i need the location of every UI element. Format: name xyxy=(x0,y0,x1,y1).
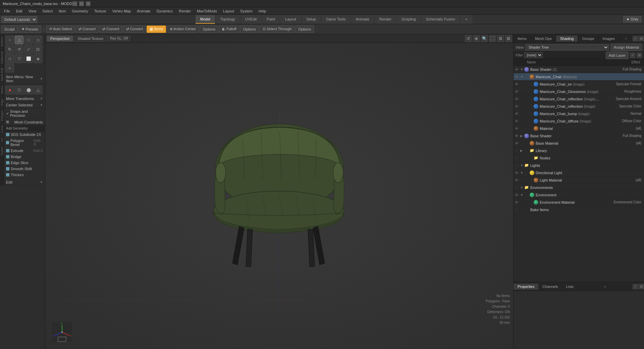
tool-btn-t2[interactable]: ⬡ xyxy=(15,86,23,94)
filter-select[interactable]: (none) xyxy=(524,52,543,58)
tab-properties[interactable]: Properties xyxy=(514,284,538,290)
more-transforms[interactable]: More Transforms ▼ xyxy=(4,96,45,102)
viewport-ctrl-1[interactable]: ↺ xyxy=(465,35,472,42)
tab-render[interactable]: Render xyxy=(375,15,396,24)
thicken[interactable]: Thicken xyxy=(4,172,45,178)
tool-btn-9[interactable]: ⬡ xyxy=(5,54,14,63)
expand-icon-1[interactable]: ▼ xyxy=(520,68,524,71)
options-button-2[interactable]: Options xyxy=(240,26,259,33)
only-button[interactable]: ★ Only xyxy=(623,16,641,22)
filter-settings-btn[interactable]: ⚙ xyxy=(637,53,642,58)
edge-slice[interactable]: Edge Slice xyxy=(4,160,45,166)
eye-icon-18[interactable]: 👁 xyxy=(515,193,520,197)
tab-groups[interactable]: Groups xyxy=(578,36,598,42)
polygon-bevel[interactable]: Polygon Bevel Shift-B xyxy=(4,138,45,148)
bottom-tabs-plus[interactable]: + xyxy=(601,284,609,290)
menu-item[interactable]: Item xyxy=(56,8,68,14)
viewport-ctrl-3[interactable]: 🔍 xyxy=(481,35,488,42)
sculpt-button[interactable]: Sculpt xyxy=(1,26,18,33)
eye-icon-2[interactable]: 👁 xyxy=(515,75,520,79)
viewport-ctrl-5[interactable]: ⚙ xyxy=(497,35,504,42)
tool-btn-5[interactable]: ↻ xyxy=(5,45,14,54)
tool-btn-12[interactable]: ◈ xyxy=(34,54,42,63)
mesh-constraints[interactable]: ⊞ Mesh Constraints xyxy=(4,119,45,126)
shader-row-environments[interactable]: 👁 ▼ 📁 Environments xyxy=(514,184,644,191)
menu-edit[interactable]: Edit xyxy=(13,8,25,14)
tab-items[interactable]: Items xyxy=(514,36,531,42)
eye-icon-16[interactable]: 👁 xyxy=(515,178,520,182)
tool-btn-3[interactable]: □ xyxy=(24,36,33,44)
expand-icon-10[interactable]: ▶ xyxy=(520,134,524,138)
menu-geometry[interactable]: Geometry xyxy=(69,8,91,14)
tab-images[interactable]: Images xyxy=(599,36,619,42)
tool-btn-2[interactable]: △ xyxy=(15,36,23,44)
tool-btn-t4[interactable]: △ xyxy=(34,86,42,94)
vtab-deformer[interactable]: Deformer xyxy=(0,49,4,66)
tab-setup[interactable]: Setup xyxy=(302,15,321,24)
close-button[interactable]: × xyxy=(86,1,91,6)
menu-animate[interactable]: Animate xyxy=(134,8,153,14)
eye-icon-4[interactable]: 👁 xyxy=(515,90,520,94)
snaps-precision[interactable]: ✓ Snaps and Precision xyxy=(4,108,45,119)
shader-row-base-material[interactable]: 👁 Base Material (all) xyxy=(514,140,644,147)
right-expand-btn[interactable]: ⤢ xyxy=(633,36,638,41)
eye-icon-8[interactable]: 👁 xyxy=(515,119,520,123)
shader-row-nodes[interactable]: 👁 📁 Nodes xyxy=(514,154,644,162)
minimize-button[interactable]: − xyxy=(72,1,77,6)
tool-btn-13[interactable]: A xyxy=(5,64,14,72)
tool-btn-t1[interactable]: 🔺 xyxy=(5,86,14,94)
shader-row-bump[interactable]: 👁 Manicure_Chair_bump (Image) Normal xyxy=(514,110,644,117)
eye-icon-10[interactable]: 👁 xyxy=(515,134,520,138)
tab-shading[interactable]: Shading xyxy=(556,36,578,42)
shader-row-reflection1[interactable]: 👁 Manicure_Chair_reflection (Image) (2) … xyxy=(514,95,644,103)
menu-layout[interactable]: Layout xyxy=(220,8,237,14)
shader-row-directional-light[interactable]: 👁 ▼ Directional Light xyxy=(514,169,644,177)
view-tab-perspective[interactable]: Perspective xyxy=(47,36,73,42)
tool-btn-10[interactable]: ▽ xyxy=(15,54,23,63)
eye-icon-11[interactable]: 👁 xyxy=(515,141,520,145)
vtab-edge[interactable]: Edge xyxy=(0,96,4,108)
menu-maxtomodo[interactable]: MaxToModo xyxy=(194,8,220,14)
expand-icon-18[interactable]: ▼ xyxy=(520,193,524,197)
menu-texture[interactable]: Texture xyxy=(92,8,109,14)
tab-scripting[interactable]: Scripting xyxy=(397,15,421,24)
menu-view[interactable]: View xyxy=(26,8,39,14)
menu-file[interactable]: File xyxy=(1,8,13,14)
shader-row-glossiness[interactable]: 👁 Manicure_Chair_Glossiness (Image) Roug… xyxy=(514,88,644,95)
options-button-1[interactable]: Options xyxy=(200,26,218,33)
maximize-button[interactable]: □ xyxy=(79,1,84,6)
shader-row-environment[interactable]: 👁 ▼ Environment xyxy=(514,191,644,199)
vtab-meshedit[interactable]: Mesh Edit xyxy=(0,65,4,83)
convert-button-2[interactable]: ⇄ Convert xyxy=(99,26,122,33)
menu-dynamics[interactable]: Dynamics xyxy=(154,8,175,14)
tab-animate[interactable]: Animate xyxy=(351,15,374,24)
tab-paint[interactable]: Paint xyxy=(262,15,280,24)
expand-icon-14[interactable]: ▼ xyxy=(520,164,524,167)
shader-row-lights[interactable]: 👁 ▼ 📁 Lights xyxy=(514,162,644,169)
tool-btn-t3[interactable]: ⬤ xyxy=(24,86,33,94)
viewport-ctrl-4[interactable]: ⛶ xyxy=(489,35,496,42)
shader-row-base-shader2[interactable]: 👁 ▶ Base Shader Full Shading xyxy=(514,132,644,140)
add-layer-btn[interactable]: Add Layer xyxy=(606,52,629,59)
shader-row-library[interactable]: 👁 ▶ 📁 Library xyxy=(514,147,644,154)
tab-mesh-ops[interactable]: Mesh Ops xyxy=(531,36,556,42)
tool-btn-1[interactable]: ○ xyxy=(5,36,14,44)
select-through-button[interactable]: ⊡ Select Through xyxy=(260,26,294,33)
options-button-3[interactable]: Options xyxy=(295,26,314,33)
tab-channels[interactable]: Channels xyxy=(538,284,562,290)
expand-icon-15[interactable]: ▼ xyxy=(520,171,524,174)
tab-gametools[interactable]: Game Tools xyxy=(321,15,351,24)
falloff-button[interactable]: ◐ Falloff xyxy=(219,26,239,33)
sds-subdivide[interactable]: SDS Subdivide 2X xyxy=(4,132,45,138)
shader-row-reflection2[interactable]: 👁 Manicure_Chair_reflection (Image) Spec… xyxy=(514,103,644,110)
vtab-polygon[interactable]: Polygon xyxy=(0,108,4,123)
right-pin-btn[interactable]: ⊞ xyxy=(639,36,644,41)
action-center-button[interactable]: ⊕ Action Center xyxy=(167,26,199,33)
expand-icon-2[interactable]: ▼ xyxy=(520,75,524,79)
assign-material-btn[interactable]: Assign Material xyxy=(611,44,642,51)
view-tab-shaded[interactable]: Shaded Texture xyxy=(74,36,107,42)
viewport-ctrl-2[interactable]: ⊕ xyxy=(473,35,480,42)
eye-icon-5[interactable]: 👁 xyxy=(515,97,520,101)
edit-dropdown[interactable]: Edit ▼ xyxy=(4,179,45,186)
add-geometry-header[interactable]: Add Geometry xyxy=(4,126,45,132)
